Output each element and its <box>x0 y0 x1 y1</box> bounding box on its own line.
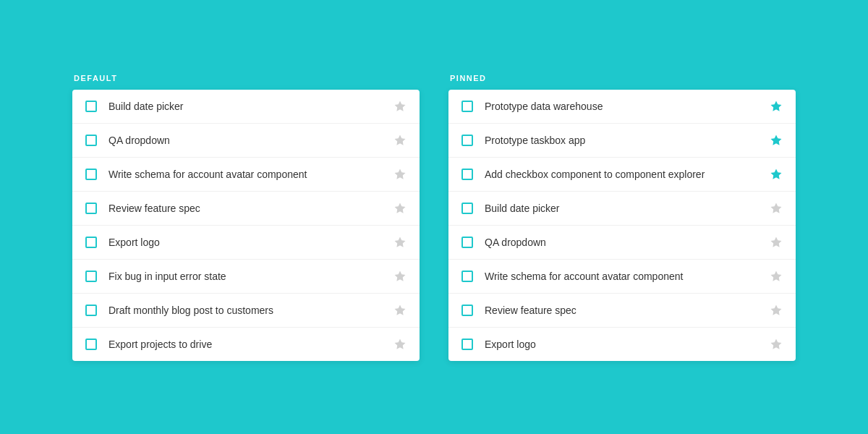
star-empty-icon[interactable] <box>393 304 407 317</box>
star-filled-icon[interactable] <box>770 134 783 147</box>
task-label: Review feature spec <box>109 203 393 214</box>
star-empty-icon[interactable] <box>770 236 783 249</box>
task-row: Prototype data warehouse <box>448 90 796 124</box>
svg-marker-15 <box>771 339 782 349</box>
task-label: Build date picker <box>485 203 770 214</box>
svg-marker-6 <box>395 305 406 315</box>
task-checkbox[interactable] <box>461 135 473 146</box>
task-row: Build date picker <box>72 90 420 124</box>
task-row: Prototype taskbox app <box>448 124 796 158</box>
star-filled-icon[interactable] <box>770 168 783 181</box>
task-label: Fix bug in input error state <box>109 271 393 282</box>
star-empty-icon[interactable] <box>770 202 783 215</box>
svg-marker-5 <box>395 271 406 281</box>
task-row: Fix bug in input error state <box>72 260 420 294</box>
svg-marker-9 <box>771 135 782 145</box>
task-checkbox[interactable] <box>461 305 473 316</box>
panel-header-default: DEFAULT <box>72 74 420 82</box>
svg-marker-0 <box>395 101 406 111</box>
star-empty-icon[interactable] <box>770 304 783 317</box>
task-label: Export projects to drive <box>109 339 393 350</box>
task-row: Export logo <box>72 226 420 260</box>
star-empty-icon[interactable] <box>393 236 407 249</box>
task-checkbox[interactable] <box>85 169 97 180</box>
task-label: Build date picker <box>109 101 393 112</box>
star-filled-icon[interactable] <box>770 100 783 113</box>
task-row: Export projects to drive <box>72 328 420 361</box>
task-row: Review feature spec <box>72 192 420 226</box>
task-label: Draft monthly blog post to customers <box>109 305 393 316</box>
star-empty-icon[interactable] <box>393 134 407 147</box>
star-empty-icon[interactable] <box>393 202 407 215</box>
panel-header-pinned: PINNED <box>448 74 796 82</box>
task-label: QA dropdown <box>485 237 770 248</box>
svg-marker-12 <box>771 237 782 247</box>
task-checkbox[interactable] <box>461 203 473 214</box>
task-row: QA dropdown <box>72 124 420 158</box>
task-checkbox[interactable] <box>461 237 473 248</box>
task-row: Add checkbox component to component expl… <box>448 158 796 192</box>
svg-marker-2 <box>395 169 406 179</box>
svg-marker-3 <box>395 203 406 213</box>
task-checkbox[interactable] <box>85 339 97 350</box>
svg-marker-7 <box>395 339 406 349</box>
task-label: Add checkbox component to component expl… <box>485 169 770 180</box>
task-label: Prototype taskbox app <box>485 135 770 146</box>
svg-marker-1 <box>395 135 406 145</box>
task-checkbox[interactable] <box>85 203 97 214</box>
panel-wrapper-pinned: PINNEDPrototype data warehouse Prototype… <box>448 74 796 361</box>
task-checkbox[interactable] <box>461 339 473 350</box>
task-row: Write schema for account avatar componen… <box>448 260 796 294</box>
task-checkbox[interactable] <box>85 135 97 146</box>
task-label: Export logo <box>109 237 393 248</box>
star-empty-icon[interactable] <box>393 100 407 113</box>
task-checkbox[interactable] <box>85 271 97 282</box>
task-label: Write schema for account avatar componen… <box>485 271 770 282</box>
star-empty-icon[interactable] <box>770 338 783 351</box>
task-label: Export logo <box>485 339 770 350</box>
task-checkbox[interactable] <box>85 237 97 248</box>
task-row: Draft monthly blog post to customers <box>72 294 420 328</box>
panel-pinned: Prototype data warehouse Prototype taskb… <box>448 90 796 361</box>
star-empty-icon[interactable] <box>393 168 407 181</box>
panel-default: Build date picker QA dropdown Write sche… <box>72 90 420 361</box>
star-empty-icon[interactable] <box>770 270 783 283</box>
task-row: Build date picker <box>448 192 796 226</box>
task-label: Write schema for account avatar componen… <box>109 169 393 180</box>
task-checkbox[interactable] <box>85 305 97 316</box>
svg-marker-13 <box>771 271 782 281</box>
star-empty-icon[interactable] <box>393 338 407 351</box>
task-row: Review feature spec <box>448 294 796 328</box>
main-layout: DEFAULTBuild date picker QA dropdown Wri… <box>72 74 796 361</box>
svg-marker-4 <box>395 237 406 247</box>
task-checkbox[interactable] <box>461 101 473 112</box>
panel-wrapper-default: DEFAULTBuild date picker QA dropdown Wri… <box>72 74 420 361</box>
task-label: QA dropdown <box>109 135 393 146</box>
svg-marker-11 <box>771 203 782 213</box>
svg-marker-10 <box>771 169 782 179</box>
task-checkbox[interactable] <box>461 271 473 282</box>
task-checkbox[interactable] <box>85 101 97 112</box>
task-label: Review feature spec <box>485 305 770 316</box>
task-row: Write schema for account avatar componen… <box>72 158 420 192</box>
svg-marker-8 <box>771 101 782 111</box>
task-label: Prototype data warehouse <box>485 101 770 112</box>
task-checkbox[interactable] <box>461 169 473 180</box>
task-row: QA dropdown <box>448 226 796 260</box>
star-empty-icon[interactable] <box>393 270 407 283</box>
task-row: Export logo <box>448 328 796 361</box>
svg-marker-14 <box>771 305 782 315</box>
